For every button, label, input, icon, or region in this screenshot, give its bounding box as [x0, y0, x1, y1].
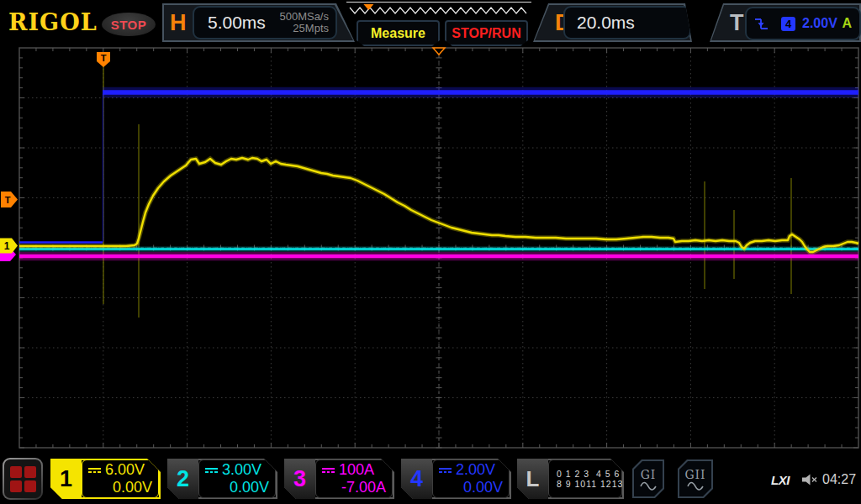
- channel-1-button[interactable]: 1 6.00V 0.00V: [50, 459, 161, 499]
- trigger-label: T: [730, 10, 744, 36]
- channel-3-offset: -7.00A: [341, 479, 386, 496]
- trigger-box: 4 2.00V A: [745, 7, 861, 40]
- channel-1-offset: 0.00V: [113, 479, 152, 496]
- channel-2-button[interactable]: 2 3.00V 0.00V: [167, 459, 277, 499]
- dc-coupling-icon: [322, 468, 335, 473]
- generator-2-label: GII: [684, 468, 705, 481]
- trigger-center-indicator: [433, 48, 445, 55]
- memory-depth: 25Mpts: [293, 22, 329, 34]
- generator-1-label: GI: [641, 468, 657, 481]
- svg-text:T: T: [101, 53, 107, 63]
- channel-4-offset: 0.00V: [463, 479, 503, 496]
- channel-4-values: 2.00V 0.00V: [432, 459, 510, 498]
- delay-panel[interactable]: D 20.0ms: [533, 3, 692, 42]
- sample-rate: 500MSa/s: [279, 10, 329, 23]
- horizontal-panel[interactable]: H 5.00ms 500MSa/s 25Mpts: [162, 3, 355, 42]
- channel-3-values: 100A -7.00A: [315, 459, 393, 498]
- acquisition-status-label: STOP: [111, 18, 147, 32]
- timebase-box: 5.00ms 500MSa/s 25Mpts: [193, 6, 337, 39]
- measure-button-label: Measure: [371, 26, 425, 41]
- generator-2-button[interactable]: GII: [678, 459, 713, 498]
- channel-1-values: 6.00V 0.00V: [82, 459, 159, 498]
- channel-2-values: 3.00V 0.00V: [198, 459, 276, 498]
- waveform-display: TT1: [0, 0, 861, 504]
- trigger-source-badge: 4: [781, 17, 795, 31]
- sine-wave-icon: [640, 481, 657, 491]
- channel-3-button[interactable]: 3 100A -7.00A: [284, 459, 394, 499]
- measure-button[interactable]: Measure: [357, 20, 440, 46]
- menu-grid-icon: [4, 459, 41, 498]
- delay-value: 20.0ms: [577, 13, 635, 33]
- dc-coupling-icon: [439, 468, 452, 473]
- trigger-mode: A: [842, 16, 852, 31]
- acquisition-status-badge: STOP: [102, 13, 156, 36]
- logic-row-2: 8 9 1011 12131415: [557, 479, 615, 489]
- clock: 04:27: [822, 472, 856, 487]
- channel-1-scale: 6.00V: [105, 461, 145, 479]
- channel-4-button[interactable]: 4 2.00V 0.00V: [401, 459, 511, 499]
- channel-4-scale: 2.00V: [456, 461, 495, 479]
- stop-run-button-label: STOP/RUN: [452, 26, 520, 41]
- speaker-muted-icon[interactable]: [801, 473, 818, 486]
- rigol-logo: RIGOL: [8, 9, 98, 35]
- stop-run-button[interactable]: STOP/RUN: [445, 20, 528, 46]
- memory-position-bar[interactable]: [346, 2, 531, 18]
- channel-2-scale: 3.00V: [222, 461, 261, 479]
- trigger-level-value: 2.00V: [802, 16, 837, 31]
- dc-coupling-icon: [88, 468, 101, 473]
- svg-text:T: T: [5, 195, 11, 205]
- dc-coupling-icon: [205, 468, 218, 473]
- memory-position-marker[interactable]: [363, 4, 373, 10]
- trigger-panel[interactable]: T 4 2.00V A: [710, 3, 861, 42]
- logic-analyzer-button[interactable]: L 0 1 2 3 4 5 6 7 8 9 1011 12131415: [517, 459, 624, 499]
- timebase-value: 5.00ms: [208, 13, 266, 33]
- delay-box: 20.0ms: [563, 6, 691, 39]
- svg-text:1: 1: [4, 240, 10, 252]
- channel-3-scale: 100A: [339, 461, 374, 479]
- memory-position-zigzag: [346, 3, 531, 18]
- sine-wave-icon: [687, 481, 704, 491]
- channel-2-offset: 0.00V: [230, 479, 269, 496]
- sample-rate-memdepth: 500MSa/s 25Mpts: [279, 11, 329, 34]
- lxi-status: LXI: [771, 473, 790, 487]
- horizontal-label: H: [170, 10, 187, 36]
- logic-channel-list: 0 1 2 3 4 5 6 7 8 9 1011 12131415: [548, 459, 622, 498]
- oscilloscope-screen: { "header": { "logo": "RIGOL", "acq_stat…: [0, 0, 861, 504]
- menu-button[interactable]: [3, 458, 43, 500]
- generator-1-button[interactable]: GI: [632, 459, 664, 498]
- logic-row-1: 0 1 2 3 4 5 6 7: [557, 469, 615, 479]
- trigger-slope-falling-icon: [753, 16, 769, 31]
